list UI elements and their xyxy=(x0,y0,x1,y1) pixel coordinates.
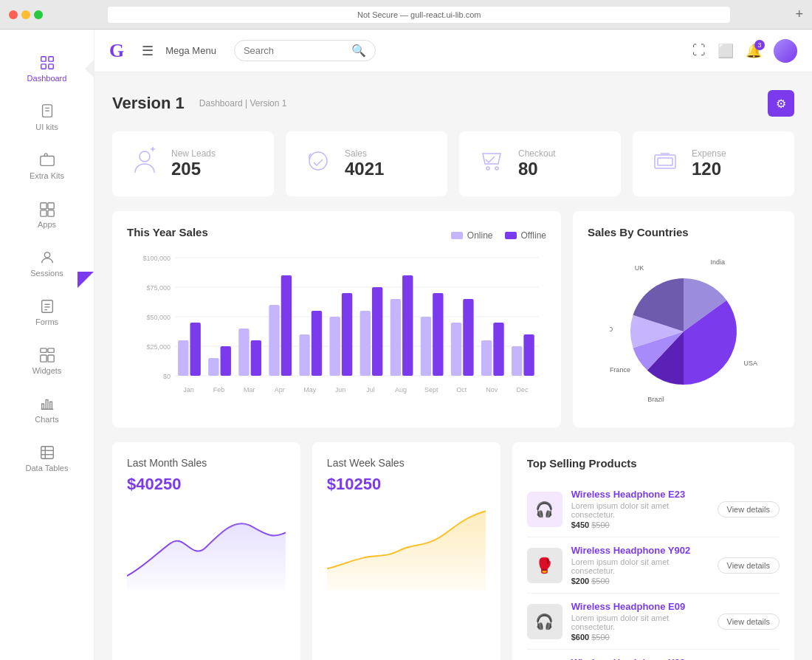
settings-button[interactable]: ⚙ xyxy=(768,90,794,117)
search-input[interactable] xyxy=(244,45,347,56)
svg-rect-9 xyxy=(47,203,53,209)
sidebar-item-datatables[interactable]: Data Tables xyxy=(0,434,94,483)
breadcrumb-current: Version 1 xyxy=(250,98,286,109)
main-content: Version 1 Dashboard | Version 1 ⚙ xyxy=(94,72,812,660)
svg-rect-57 xyxy=(269,305,279,376)
svg-text:India: India xyxy=(711,258,726,266)
dot-green[interactable] xyxy=(34,10,43,19)
sidebar-item-dashboard[interactable]: Dashboard xyxy=(0,44,94,93)
fullscreen-icon[interactable]: ⛶ xyxy=(692,43,706,58)
list-item: 🥊 Wireless Headphone Y902 Lorem ipsum do… xyxy=(527,537,780,594)
view-details-button-0[interactable]: View details xyxy=(718,501,780,518)
product-info-2: Wireless Headphone E09 Lorem ipsum dolor… xyxy=(571,601,709,642)
right-panel: G ☰ Mega Menu 🔍 ⛶ ⬜ 🔔 3 xyxy=(94,30,812,660)
svg-text:USA: USA xyxy=(744,360,757,367)
last-month-chart xyxy=(127,503,286,591)
active-triangle xyxy=(78,272,94,288)
hamburger-icon[interactable]: ☰ xyxy=(142,43,154,59)
svg-rect-81 xyxy=(512,346,522,376)
stat-info-sales: Sales 4021 xyxy=(345,148,384,179)
charts-row: This Year Sales Online Offline xyxy=(112,211,794,427)
svg-rect-66 xyxy=(360,311,371,376)
datatables-icon xyxy=(39,444,55,461)
product-info-0: Wireless Headphone E23 Lorem ipsum dolor… xyxy=(571,489,709,529)
svg-rect-63 xyxy=(330,317,340,376)
svg-rect-67 xyxy=(372,287,382,376)
chart-legend: Online Offline xyxy=(451,230,546,241)
product-name-1: Wireless Headphone Y902 xyxy=(571,545,709,556)
breadcrumb-sep: | xyxy=(245,98,247,109)
app-container: Dashboard UI kits Extra Kits Apps Sessio… xyxy=(0,30,812,660)
breadcrumb-home: Dashboard xyxy=(199,98,243,109)
last-week-chart xyxy=(327,503,486,591)
svg-rect-0 xyxy=(41,57,45,61)
price-sale-0: $450 xyxy=(571,520,589,529)
notification-icon[interactable]: 🔔 3 xyxy=(746,43,762,59)
this-year-sales-card: This Year Sales Online Offline xyxy=(112,211,561,427)
product-price-0: $450 $500 xyxy=(571,520,709,529)
sidebar-label-dashboard: Dashboard xyxy=(27,74,67,83)
product-info-1: Wireless Headphone Y902 Lorem ipsum dolo… xyxy=(571,545,709,585)
svg-rect-82 xyxy=(523,334,534,376)
svg-text:BD: BD xyxy=(610,326,613,333)
list-item: 🎧 Wireless Headphone E09 Lorem ipsum dol… xyxy=(527,594,780,650)
stat-card-leads: New Leads 205 xyxy=(112,131,274,196)
leads-icon xyxy=(130,146,159,182)
svg-text:Mar: Mar xyxy=(244,386,255,393)
last-month-chart-svg xyxy=(127,503,286,591)
sidebar-item-widgets[interactable]: Widgets xyxy=(0,337,94,385)
svg-rect-70 xyxy=(402,275,413,376)
svg-rect-49 xyxy=(190,323,200,376)
view-details-button-1[interactable]: View details xyxy=(718,557,780,574)
sidebar-item-uikits[interactable]: UI kits xyxy=(0,93,94,142)
svg-rect-13 xyxy=(41,300,52,313)
dashboard-icon xyxy=(39,55,55,71)
price-sale-1: $200 xyxy=(571,577,589,585)
avatar[interactable] xyxy=(774,39,797,63)
sessions-icon xyxy=(39,250,55,266)
svg-text:Brazil: Brazil xyxy=(647,396,664,403)
svg-rect-1 xyxy=(48,57,52,61)
topnav: G ☰ Mega Menu 🔍 ⛶ ⬜ 🔔 3 xyxy=(94,30,812,72)
dot-yellow[interactable] xyxy=(21,10,30,19)
stat-info-expense: Expense 120 xyxy=(692,148,726,179)
view-details-button-2[interactable]: View details xyxy=(718,613,780,630)
extrakits-icon xyxy=(39,152,55,168)
stat-value-sales: 4021 xyxy=(345,159,384,179)
mega-menu-button[interactable]: Mega Menu xyxy=(165,45,216,56)
widgets-icon xyxy=(39,347,55,363)
sidebar-item-charts[interactable]: Charts xyxy=(0,385,94,434)
svg-rect-17 xyxy=(40,348,46,353)
price-orig-1: $500 xyxy=(591,577,609,585)
legend-offline: Offline xyxy=(505,230,546,241)
this-year-sales-title: This Year Sales xyxy=(127,226,208,238)
svg-rect-79 xyxy=(493,323,503,376)
page-title: Version 1 xyxy=(112,94,185,113)
product-image-2: 🎧 xyxy=(527,604,562,639)
sidebar-label-forms: Forms xyxy=(35,317,58,326)
stat-label-sales: Sales xyxy=(345,148,384,159)
product-image-1: 🥊 xyxy=(527,548,562,583)
sidebar-item-forms[interactable]: Forms xyxy=(0,288,94,337)
svg-point-29 xyxy=(140,151,150,162)
screen-icon[interactable]: ⬜ xyxy=(718,43,734,59)
new-tab-button[interactable]: + xyxy=(795,7,803,22)
svg-text:Feb: Feb xyxy=(213,386,225,393)
sidebar-label-sessions: Sessions xyxy=(30,269,63,278)
list-item: 🎧 Wireless Headphone E23 Lorem ipsum dol… xyxy=(527,481,780,537)
svg-text:Oct: Oct xyxy=(456,386,467,393)
sidebar-item-apps[interactable]: Apps xyxy=(0,190,94,239)
svg-rect-60 xyxy=(299,334,309,376)
svg-rect-19 xyxy=(40,355,46,362)
legend-offline-dot xyxy=(505,232,517,239)
sidebar-item-extrakits[interactable]: Extra Kits xyxy=(0,142,94,190)
pie-chart-container: IndiaUSABrazilFranceBDUK xyxy=(588,250,780,413)
product-price-1: $200 $500 xyxy=(571,577,709,585)
last-week-card: Last Week Sales $10250 xyxy=(312,442,500,660)
product-name-2: Wireless Headphone E09 xyxy=(571,601,709,612)
dot-red[interactable] xyxy=(9,10,18,19)
sidebar-item-sessions[interactable]: Sessions xyxy=(0,239,94,288)
svg-rect-73 xyxy=(433,293,443,376)
svg-text:Sept: Sept xyxy=(424,386,438,393)
svg-rect-69 xyxy=(390,299,401,376)
